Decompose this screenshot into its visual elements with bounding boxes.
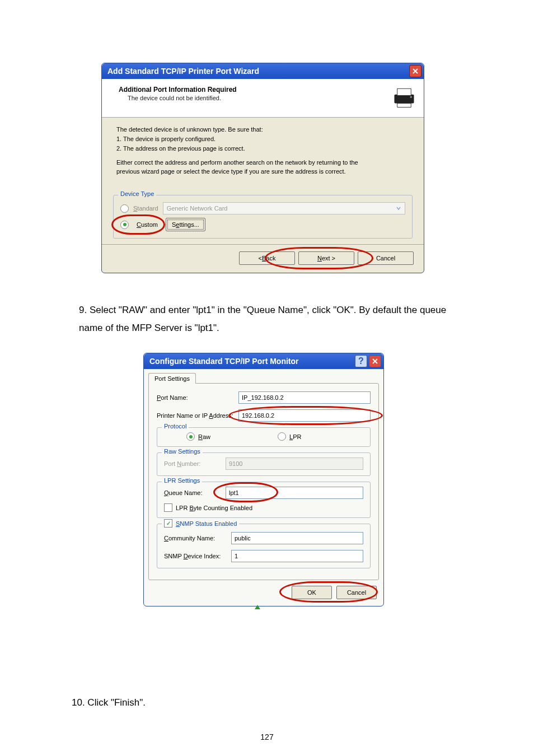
queue-name-label: Queue Name: [164,489,226,496]
body-line: 1. The device is properly configured. [116,135,409,143]
combo-text: Generic Network Card [167,205,228,212]
custom-radio-label: Custom [137,221,158,228]
group-legend: Raw Settings [162,448,203,455]
community-name-input[interactable]: public [231,532,363,544]
lpr-byte-label: LPR Byte Counting Enabled [176,505,252,511]
custom-radio[interactable] [120,221,129,229]
close-icon[interactable] [369,355,381,367]
community-name-label: Community Name: [164,535,231,542]
standard-radio-label: Standard [133,205,158,212]
raw-radio[interactable] [186,432,195,441]
settings-button[interactable]: Settings... [166,218,205,231]
back-button[interactable]: < Back [239,251,295,265]
protocol-group: Protocol Raw LPR [157,427,371,447]
snmp-label: SNMP Status Enabled [176,520,237,527]
device-type-group: Device Type Standard Generic Network Car… [113,195,413,239]
svg-rect-0 [395,95,414,104]
wizard-body: The detected device is of unknown type. … [102,118,424,176]
port-number-input: 9100 [226,458,363,470]
tab-port-settings[interactable]: Port Settings [148,373,196,384]
queue-name-input[interactable]: lpt1 [226,487,363,499]
body-line: previous wizard page or select the devic… [116,167,409,176]
raw-radio-label: Raw [198,433,210,440]
chevron-down-icon [394,204,403,213]
window-title: Configure Standard TCP/IP Port Monitor [149,357,299,366]
tab-body: Port Name: IP_192.168.0.2 Printer Name o… [148,383,379,580]
close-icon[interactable] [409,65,421,77]
title-bar: Configure Standard TCP/IP Port Monitor ? [144,353,383,369]
port-name-input[interactable]: IP_192.168.0.2 [238,391,371,404]
port-monitor-dialog: Configure Standard TCP/IP Port Monitor ?… [143,353,384,606]
help-icon[interactable]: ? [355,355,367,367]
standard-radio-row: Standard Generic Network Card [120,202,405,214]
lpr-radio[interactable] [278,432,286,441]
body-line: 2. The address on the previous page is c… [116,144,409,153]
instruction-text: 9. Select "RAW" and enter "lpt1" in the … [79,301,460,338]
cancel-button[interactable]: Cancel [336,586,377,599]
printer-icon [392,86,416,109]
lpr-radio-label: LPR [289,433,301,440]
wizard-dialog: Add Standard TCP/IP Printer Port Wizard … [101,63,424,273]
group-legend: LPR Settings [162,477,202,484]
wizard-footer: < Back Next > Cancel [102,244,424,273]
port-number-label: Port Number: [164,460,226,467]
header-subtitle: The device could not be identified. [119,95,237,101]
body-line: Either correct the address and perform a… [116,158,409,167]
port-name-label: Port Name: [157,394,238,401]
svg-rect-1 [397,88,411,95]
instruction-text: 10. Click "Finish". [72,694,146,712]
body-line: The detected device is of unknown type. … [116,125,409,134]
window-title: Add Standard TCP/IP Printer Port Wizard [107,67,259,76]
cancel-button[interactable]: Cancel [358,251,414,265]
raw-settings-group: Raw Settings Port Number: 9100 [157,452,371,476]
printer-address-input[interactable]: 192.168.0.2 [238,409,371,422]
header-title: Additional Port Information Required [119,86,237,94]
annotation-arrow [255,605,260,609]
lpr-settings-group: LPR Settings Queue Name: lpt1 LPR Byte C… [157,482,371,518]
tab-container: Port Settings Port Name: IP_192.168.0.2 … [148,372,379,580]
next-button[interactable]: Next > [298,251,354,265]
svg-rect-2 [397,104,411,108]
title-bar: Add Standard TCP/IP Printer Port Wizard [102,63,424,79]
snmp-index-input[interactable]: 1 [231,550,363,562]
snmp-checkbox[interactable]: ✓ [164,519,172,528]
svg-point-3 [410,96,413,98]
snmp-index-label: SNMP Device Index: [164,553,231,559]
lpr-byte-checkbox[interactable] [164,503,172,512]
snmp-group: ✓ SNMP Status Enabled Community Name: pu… [157,524,371,568]
wizard-header: Additional Port Information Required The… [102,79,424,118]
printer-address-label: Printer Name or IP Address: [157,412,238,419]
group-legend: Device Type [118,190,156,197]
ok-button[interactable]: OK [292,586,332,599]
printer-address-row: Printer Name or IP Address: 192.168.0.2 [157,409,371,422]
group-legend: Protocol [162,423,189,430]
standard-radio[interactable] [120,204,129,213]
device-type-combo: Generic Network Card [163,202,405,214]
page-number: 127 [0,732,534,741]
port-name-row: Port Name: IP_192.168.0.2 [157,391,371,404]
dialog-footer: OK Cancel [144,580,383,606]
